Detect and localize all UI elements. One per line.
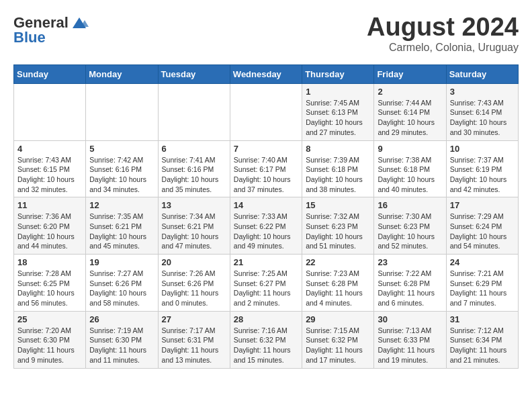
calendar-cell: 23Sunrise: 7:22 AMSunset: 6:28 PMDayligh…: [374, 255, 446, 312]
calendar-week-row: 25Sunrise: 7:20 AMSunset: 6:30 PMDayligh…: [14, 311, 519, 368]
day-number: 7: [234, 144, 298, 154]
calendar-cell: 19Sunrise: 7:27 AMSunset: 6:26 PMDayligh…: [86, 255, 158, 312]
day-info: Sunrise: 7:43 AMSunset: 6:14 PMDaylight:…: [450, 98, 515, 138]
day-info: Sunrise: 7:12 AMSunset: 6:34 PMDaylight:…: [450, 326, 515, 365]
day-number: 13: [162, 200, 226, 210]
calendar-cell: 11Sunrise: 7:36 AMSunset: 6:20 PMDayligh…: [14, 197, 86, 255]
day-number: 9: [378, 144, 442, 154]
calendar-cell: 22Sunrise: 7:23 AMSunset: 6:28 PMDayligh…: [302, 255, 374, 312]
calendar-week-row: 18Sunrise: 7:28 AMSunset: 6:25 PMDayligh…: [14, 255, 519, 312]
day-info: Sunrise: 7:13 AMSunset: 6:33 PMDaylight:…: [378, 326, 442, 365]
day-number: 15: [306, 200, 370, 210]
calendar-cell: [86, 83, 158, 140]
calendar-cell: 29Sunrise: 7:15 AMSunset: 6:32 PMDayligh…: [302, 311, 374, 368]
day-number: 12: [89, 200, 154, 210]
calendar-cell: [230, 83, 302, 140]
calendar-cell: 13Sunrise: 7:34 AMSunset: 6:21 PMDayligh…: [158, 197, 230, 255]
day-number: 31: [450, 314, 515, 324]
day-info: Sunrise: 7:36 AMSunset: 6:20 PMDaylight:…: [17, 212, 82, 251]
calendar-cell: 8Sunrise: 7:39 AMSunset: 6:18 PMDaylight…: [302, 140, 374, 197]
day-number: 16: [378, 200, 442, 210]
day-number: 2: [378, 87, 442, 97]
weekday-header-tuesday: Tuesday: [158, 64, 230, 83]
calendar-cell: 17Sunrise: 7:29 AMSunset: 6:24 PMDayligh…: [446, 197, 518, 255]
day-number: 21: [234, 257, 298, 267]
calendar-cell: 1Sunrise: 7:45 AMSunset: 6:13 PMDaylight…: [302, 83, 374, 140]
calendar-cell: 30Sunrise: 7:13 AMSunset: 6:33 PMDayligh…: [374, 311, 446, 368]
calendar-cell: [158, 83, 230, 140]
day-info: Sunrise: 7:17 AMSunset: 6:31 PMDaylight:…: [162, 326, 226, 365]
calendar-cell: 31Sunrise: 7:12 AMSunset: 6:34 PMDayligh…: [446, 311, 518, 368]
day-number: 20: [162, 257, 226, 267]
calendar-cell: 14Sunrise: 7:33 AMSunset: 6:22 PMDayligh…: [230, 197, 302, 255]
page-header: General Blue August 2024 Carmelo, Coloni…: [13, 13, 519, 54]
day-number: 28: [234, 314, 298, 324]
calendar-cell: [14, 83, 86, 140]
day-number: 5: [89, 144, 154, 154]
day-info: Sunrise: 7:33 AMSunset: 6:22 PMDaylight:…: [234, 212, 298, 251]
day-number: 19: [89, 257, 154, 267]
day-number: 18: [17, 257, 82, 267]
day-info: Sunrise: 7:32 AMSunset: 6:23 PMDaylight:…: [306, 212, 370, 251]
day-info: Sunrise: 7:27 AMSunset: 6:26 PMDaylight:…: [89, 269, 154, 308]
logo-icon: [70, 13, 89, 32]
day-info: Sunrise: 7:30 AMSunset: 6:23 PMDaylight:…: [378, 212, 442, 251]
calendar-week-row: 4Sunrise: 7:43 AMSunset: 6:15 PMDaylight…: [14, 140, 519, 197]
calendar-cell: 9Sunrise: 7:38 AMSunset: 6:18 PMDaylight…: [374, 140, 446, 197]
day-info: Sunrise: 7:29 AMSunset: 6:24 PMDaylight:…: [450, 212, 515, 251]
calendar-cell: 24Sunrise: 7:21 AMSunset: 6:29 PMDayligh…: [446, 255, 518, 312]
calendar-cell: 15Sunrise: 7:32 AMSunset: 6:23 PMDayligh…: [302, 197, 374, 255]
title-block: August 2024 Carmelo, Colonia, Uruguay: [367, 13, 519, 54]
day-info: Sunrise: 7:38 AMSunset: 6:18 PMDaylight:…: [378, 155, 442, 195]
day-info: Sunrise: 7:45 AMSunset: 6:13 PMDaylight:…: [306, 98, 370, 138]
day-info: Sunrise: 7:26 AMSunset: 6:26 PMDaylight:…: [162, 269, 226, 308]
day-info: Sunrise: 7:40 AMSunset: 6:17 PMDaylight:…: [234, 155, 298, 195]
day-info: Sunrise: 7:22 AMSunset: 6:28 PMDaylight:…: [378, 269, 442, 308]
day-info: Sunrise: 7:28 AMSunset: 6:25 PMDaylight:…: [17, 269, 82, 308]
calendar-cell: 25Sunrise: 7:20 AMSunset: 6:30 PMDayligh…: [14, 311, 86, 368]
day-number: 6: [162, 144, 226, 154]
day-number: 29: [306, 314, 370, 324]
weekday-header-thursday: Thursday: [302, 64, 374, 83]
calendar-week-row: 11Sunrise: 7:36 AMSunset: 6:20 PMDayligh…: [14, 197, 519, 255]
weekday-header-row: SundayMondayTuesdayWednesdayThursdayFrid…: [14, 64, 519, 83]
calendar-cell: 10Sunrise: 7:37 AMSunset: 6:19 PMDayligh…: [446, 140, 518, 197]
day-info: Sunrise: 7:39 AMSunset: 6:18 PMDaylight:…: [306, 155, 370, 195]
day-number: 27: [162, 314, 226, 324]
day-info: Sunrise: 7:15 AMSunset: 6:32 PMDaylight:…: [306, 326, 370, 365]
calendar-cell: 2Sunrise: 7:44 AMSunset: 6:14 PMDaylight…: [374, 83, 446, 140]
calendar-cell: 26Sunrise: 7:19 AMSunset: 6:30 PMDayligh…: [86, 311, 158, 368]
month-title: August 2024: [367, 13, 519, 42]
day-info: Sunrise: 7:44 AMSunset: 6:14 PMDaylight:…: [378, 98, 442, 138]
weekday-header-friday: Friday: [374, 64, 446, 83]
calendar-cell: 7Sunrise: 7:40 AMSunset: 6:17 PMDaylight…: [230, 140, 302, 197]
day-info: Sunrise: 7:25 AMSunset: 6:27 PMDaylight:…: [234, 269, 298, 308]
calendar-cell: 5Sunrise: 7:42 AMSunset: 6:16 PMDaylight…: [86, 140, 158, 197]
weekday-header-monday: Monday: [86, 64, 158, 83]
location: Carmelo, Colonia, Uruguay: [367, 42, 519, 54]
day-info: Sunrise: 7:42 AMSunset: 6:16 PMDaylight:…: [89, 155, 154, 195]
weekday-header-sunday: Sunday: [14, 64, 86, 83]
calendar-cell: 21Sunrise: 7:25 AMSunset: 6:27 PMDayligh…: [230, 255, 302, 312]
calendar-table: SundayMondayTuesdayWednesdayThursdayFrid…: [13, 64, 519, 369]
day-info: Sunrise: 7:20 AMSunset: 6:30 PMDaylight:…: [17, 326, 82, 365]
day-number: 30: [378, 314, 442, 324]
day-number: 8: [306, 144, 370, 154]
calendar-cell: 16Sunrise: 7:30 AMSunset: 6:23 PMDayligh…: [374, 197, 446, 255]
weekday-header-saturday: Saturday: [446, 64, 518, 83]
calendar-cell: 3Sunrise: 7:43 AMSunset: 6:14 PMDaylight…: [446, 83, 518, 140]
day-info: Sunrise: 7:43 AMSunset: 6:15 PMDaylight:…: [17, 155, 82, 195]
day-info: Sunrise: 7:16 AMSunset: 6:32 PMDaylight:…: [234, 326, 298, 365]
calendar-cell: 18Sunrise: 7:28 AMSunset: 6:25 PMDayligh…: [14, 255, 86, 312]
day-info: Sunrise: 7:21 AMSunset: 6:29 PMDaylight:…: [450, 269, 515, 308]
day-number: 11: [17, 200, 82, 210]
calendar-cell: 20Sunrise: 7:26 AMSunset: 6:26 PMDayligh…: [158, 255, 230, 312]
day-number: 3: [450, 87, 515, 97]
day-info: Sunrise: 7:19 AMSunset: 6:30 PMDaylight:…: [89, 326, 154, 365]
day-number: 4: [17, 144, 82, 154]
day-info: Sunrise: 7:41 AMSunset: 6:16 PMDaylight:…: [162, 155, 226, 195]
day-info: Sunrise: 7:35 AMSunset: 6:21 PMDaylight:…: [89, 212, 154, 251]
day-info: Sunrise: 7:37 AMSunset: 6:19 PMDaylight:…: [450, 155, 515, 195]
calendar-week-row: 1Sunrise: 7:45 AMSunset: 6:13 PMDaylight…: [14, 83, 519, 140]
calendar-cell: 28Sunrise: 7:16 AMSunset: 6:32 PMDayligh…: [230, 311, 302, 368]
